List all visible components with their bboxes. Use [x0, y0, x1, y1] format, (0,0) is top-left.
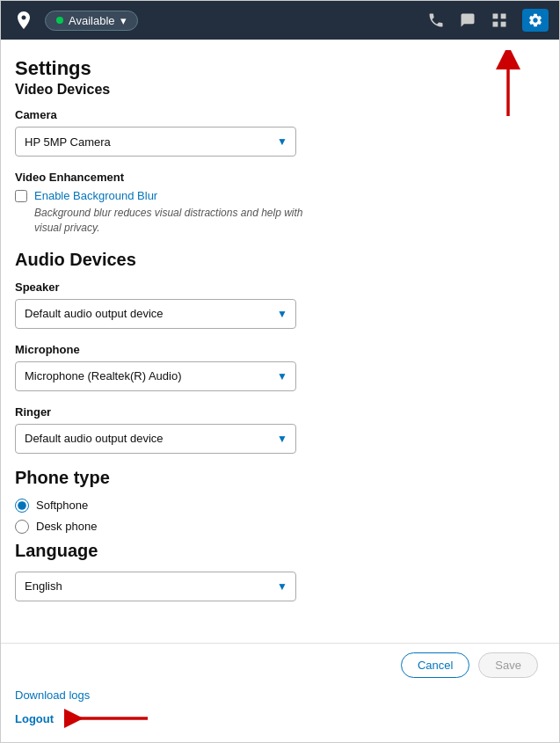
camera-select-wrapper: HP 5MP Camera Default Camera ▼ [15, 127, 296, 157]
audio-devices-title: Audio Devices [15, 250, 538, 270]
ringer-select[interactable]: Default audio output device [15, 424, 296, 454]
status-badge[interactable]: Available ▾ [45, 11, 138, 31]
language-title: Language [15, 541, 538, 561]
svg-rect-2 [493, 22, 498, 27]
softphone-radio-row: Softphone [15, 499, 538, 513]
enable-blur-row: Enable Background Blur [15, 189, 538, 202]
footer-buttons: Cancel Save [15, 652, 538, 678]
ringer-label: Ringer [15, 405, 538, 419]
softphone-radio[interactable] [15, 499, 29, 513]
cancel-button[interactable]: Cancel [401, 652, 469, 678]
svg-rect-3 [501, 22, 506, 27]
video-enhancement-label: Video Enhancement [15, 171, 538, 184]
camera-label: Camera [15, 108, 538, 121]
deskphone-radio-row: Desk phone [15, 520, 538, 534]
svg-rect-1 [501, 14, 506, 19]
page-title: Settings [15, 57, 538, 80]
status-dot [56, 17, 63, 24]
video-devices-title: Video Devices [15, 82, 538, 98]
enable-blur-label[interactable]: Enable Background Blur [34, 189, 157, 202]
ringer-select-wrapper: Default audio output device ▼ [15, 424, 296, 454]
topbar: Available ▾ [1, 1, 559, 40]
chat-icon[interactable] [459, 11, 476, 29]
settings-icon[interactable] [522, 9, 549, 32]
footer: Cancel Save Download logs Logout [1, 643, 559, 742]
save-button[interactable]: Save [478, 652, 538, 678]
camera-select[interactable]: HP 5MP Camera Default Camera [15, 127, 296, 157]
microphone-select-wrapper: Microphone (Realtek(R) Audio) ▼ [15, 361, 296, 391]
phone-icon[interactable] [427, 11, 445, 29]
app-window: Available ▾ [0, 0, 560, 743]
logout-link[interactable]: Logout [15, 712, 54, 725]
topbar-right [427, 9, 549, 32]
language-select[interactable]: English Spanish French German Japanese [15, 572, 296, 601]
deskphone-label[interactable]: Desk phone [36, 520, 97, 533]
download-logs-link[interactable]: Download logs [15, 688, 538, 702]
microphone-select[interactable]: Microphone (Realtek(R) Audio) [15, 361, 296, 391]
language-select-wrapper: English Spanish French German Japanese ▼ [15, 572, 296, 601]
svg-rect-0 [493, 14, 498, 19]
topbar-left: Available ▾ [11, 8, 138, 33]
speaker-select[interactable]: Default audio output device [15, 299, 296, 329]
grid-icon[interactable] [491, 11, 508, 29]
phone-type-title: Phone type [15, 468, 538, 488]
status-chevron-icon: ▾ [120, 14, 127, 27]
speaker-select-wrapper: Default audio output device ▼ [15, 299, 296, 329]
speaker-label: Speaker [15, 280, 538, 294]
logo-icon [11, 8, 36, 33]
blur-hint-text: Background blur reduces visual distracti… [34, 206, 316, 236]
deskphone-radio[interactable] [15, 520, 29, 534]
arrow-to-logout [64, 709, 152, 728]
softphone-label[interactable]: Softphone [36, 499, 88, 512]
logout-row: Logout [15, 709, 538, 728]
enable-blur-checkbox[interactable] [15, 190, 27, 202]
microphone-label: Microphone [15, 343, 538, 356]
settings-content: Settings Video Devices Camera HP 5MP Cam… [1, 40, 559, 643]
status-label: Available [69, 14, 115, 27]
